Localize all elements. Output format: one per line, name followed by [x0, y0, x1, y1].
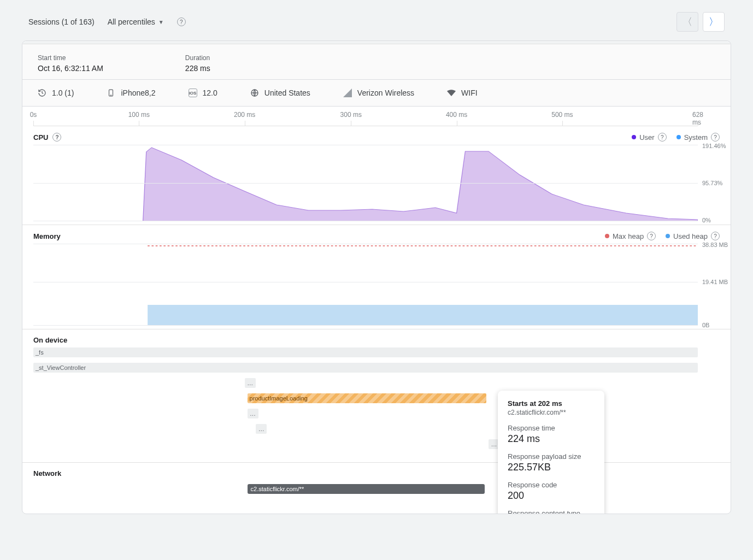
prev-session-button[interactable]: 〈 [676, 12, 698, 32]
meta-device-value: iPhone8,2 [121, 89, 155, 97]
memory-chart[interactable]: 38.83 MB 19.41 MB 0B [33, 244, 698, 326]
help-icon[interactable]: ? [711, 133, 720, 142]
ruler-tick: 500 ms [551, 111, 573, 119]
tooltip-size-value: 225.57KB [508, 462, 595, 473]
meta-network-value: WIFI [461, 89, 478, 97]
cpu-title: CPU [33, 133, 48, 142]
tooltip-url: c2.staticflickr.com/** [508, 409, 595, 416]
trace-small-1[interactable]: … [245, 378, 256, 388]
start-time-value: Oct 16, 6:32:11 AM [38, 64, 103, 73]
trace-small-2[interactable]: … [248, 409, 258, 418]
network-section: Network c2.staticflickr.com/** [22, 463, 731, 514]
chevron-down-icon: ▼ [158, 19, 164, 25]
chevron-left-icon: 〈 [683, 15, 692, 28]
memory-legend-max: Max heap [613, 232, 644, 240]
tooltip-rt-value: 224 ms [508, 433, 595, 445]
phone-icon [107, 89, 115, 97]
svg-rect-5 [148, 305, 698, 326]
memory-title: Memory [33, 232, 61, 240]
meta-carrier-value: Verizon Wireless [357, 89, 414, 97]
ruler-tick: 100 ms [128, 111, 150, 119]
meta-network: WIFI [447, 89, 478, 97]
ruler-tick: 0s [30, 111, 37, 119]
duration-value: 228 ms [185, 64, 210, 73]
globe-icon [250, 89, 259, 97]
toolbar: Sessions (1 of 163) All percentiles ▼ ? … [22, 11, 731, 33]
tooltip-ct-label: Response content type [508, 509, 595, 514]
cpu-chart[interactable]: 191.46% 95.73% 0% [33, 145, 698, 221]
wifi-icon [447, 89, 456, 97]
help-icon[interactable]: ? [177, 17, 186, 26]
memory-area-svg [33, 244, 698, 326]
sessions-count: Sessions (1 of 163) [28, 17, 95, 26]
next-session-button[interactable]: 〉 [703, 12, 725, 32]
ruler-tick: 200 ms [234, 111, 255, 119]
start-time-label: Start time [38, 54, 103, 62]
tooltip-code-label: Response code [508, 481, 595, 489]
ondevice-title: On device [33, 336, 67, 344]
trace-product-image-loading[interactable]: productImageLoading [248, 393, 487, 403]
memory-section: Memory Max heap? Used heap? 38.83 MB 19.… [22, 225, 731, 329]
help-icon[interactable]: ? [658, 133, 667, 142]
meta-device: iPhone8,2 [107, 89, 155, 97]
cpu-y-bot: 0% [702, 217, 730, 223]
meta-os: iOS 12.0 [189, 89, 217, 97]
ondevice-section: On device _fs _st_ViewController … produ… [22, 329, 731, 463]
meta-row: 1.0 (1) iPhone8,2 iOS 12.0 United States… [22, 80, 731, 107]
header-info: Start time Oct 16, 6:32:11 AM Duration 2… [22, 44, 731, 80]
cpu-y-top: 191.46% [702, 143, 730, 149]
meta-os-value: 12.0 [203, 89, 217, 97]
trace-st-viewcontroller[interactable]: _st_ViewController [33, 363, 698, 373]
network-tooltip: Starts at 202 ms c2.staticflickr.com/** … [498, 391, 604, 514]
meta-carrier: Verizon Wireless [343, 89, 414, 97]
memory-legend-used: Used heap [673, 232, 708, 240]
help-icon[interactable]: ? [52, 133, 61, 142]
history-icon [38, 89, 46, 97]
signal-icon [343, 89, 352, 97]
ruler-tick: 400 ms [446, 111, 467, 119]
duration-label: Duration [185, 54, 210, 62]
tooltip-head: Starts at 202 ms [508, 399, 595, 408]
percentiles-dropdown[interactable]: All percentiles ▼ [108, 17, 164, 26]
meta-country: United States [250, 89, 310, 97]
tooltip-rt-label: Response time [508, 424, 595, 432]
timeline-ruler: 0s 100 ms 200 ms 300 ms 400 ms 500 ms 62… [33, 107, 698, 126]
help-icon[interactable]: ? [711, 232, 720, 240]
cpu-legend-user: User [639, 133, 654, 142]
ruler-tick: 300 ms [340, 111, 362, 119]
help-icon[interactable]: ? [647, 232, 656, 240]
network-title: Network [33, 469, 61, 478]
cpu-section: CPU ? User? System? 191.46% 95.73% 0% [22, 126, 731, 225]
mem-y-mid: 19.41 MB [702, 279, 730, 285]
os-badge-icon: iOS [189, 89, 197, 97]
cpu-y-mid: 95.73% [702, 180, 730, 186]
cpu-legend-system: System [684, 133, 708, 142]
trace-small-3[interactable]: … [256, 424, 267, 434]
meta-version: 1.0 (1) [38, 89, 74, 97]
meta-country-value: United States [264, 89, 310, 97]
mem-y-top: 38.83 MB [702, 241, 730, 248]
session-card: Start time Oct 16, 6:32:11 AM Duration 2… [22, 40, 731, 514]
mem-y-bot: 0B [702, 322, 730, 328]
tooltip-size-label: Response payload size [508, 452, 595, 461]
trace-fs[interactable]: _fs [33, 347, 698, 357]
svg-marker-3 [343, 89, 352, 97]
tooltip-code-value: 200 [508, 490, 595, 502]
network-request-flickr[interactable]: c2.staticflickr.com/** [248, 484, 485, 494]
chevron-right-icon: 〉 [709, 15, 719, 28]
percentiles-label: All percentiles [108, 17, 155, 26]
meta-version-value: 1.0 (1) [52, 89, 74, 97]
